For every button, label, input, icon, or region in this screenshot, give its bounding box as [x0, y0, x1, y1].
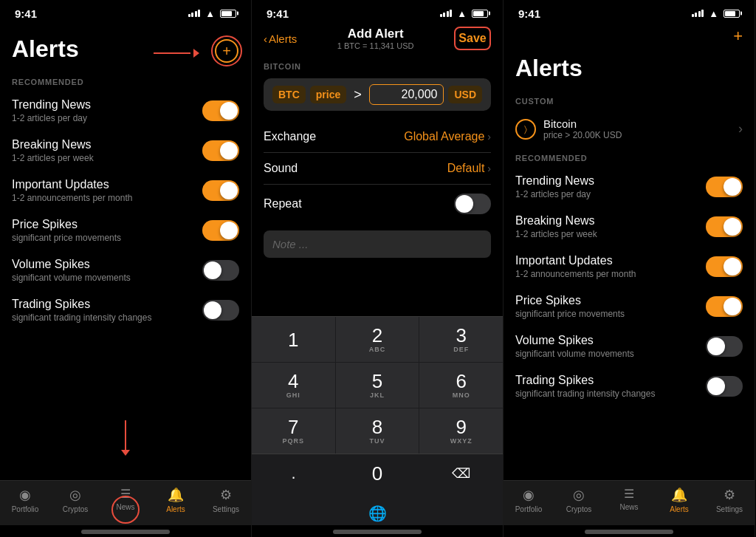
- numpad-key-8[interactable]: 8 TUV: [336, 408, 419, 454]
- numpad-dot-key[interactable]: .: [252, 454, 335, 493]
- alerts-icon-3: 🔔: [671, 487, 687, 503]
- save-button[interactable]: Save: [458, 32, 486, 45]
- alert-item-breaking-news: Breaking News 1-2 articles per week: [0, 131, 251, 171]
- add-arrow: [154, 49, 199, 58]
- cond-currency[interactable]: USD: [448, 86, 482, 103]
- tab-portfolio-1[interactable]: ◉ Portfolio: [0, 487, 50, 513]
- alert-name: Trading Spikes: [12, 298, 202, 311]
- numpad-key-5[interactable]: 5 JKL: [336, 363, 419, 408]
- repeat-label: Repeat: [264, 197, 302, 211]
- numpad-zero-key[interactable]: 0: [335, 454, 419, 493]
- status-icons-2: ▲: [440, 8, 488, 19]
- cond-gt: >: [354, 87, 362, 103]
- numpad-bottom: . 0 ⌫: [252, 454, 503, 499]
- settings-icon-1: ⚙: [220, 487, 232, 503]
- tab-settings-3[interactable]: ⚙ Settings: [704, 487, 755, 513]
- tab-alerts-3[interactable]: 🔔 Alerts: [654, 487, 704, 513]
- chevron-right-icon-3: ›: [738, 121, 743, 137]
- alert-sub: significant trading intensity changes: [515, 389, 706, 399]
- nav-bar-3: +: [504, 24, 755, 52]
- add-button-1[interactable]: +: [215, 39, 238, 63]
- alert-sub: 1-2 articles per day: [515, 189, 706, 199]
- sound-row[interactable]: Sound Default ›: [264, 153, 491, 185]
- numpad-key-7[interactable]: 7 PQRS: [252, 408, 335, 454]
- status-bar-2: 9:41 ▲: [252, 0, 503, 24]
- alert-item-trading-spikes: Trading Spikes significant trading inten…: [0, 290, 251, 330]
- alerts-tab-arrow: [121, 420, 130, 456]
- cond-price-tag[interactable]: price: [310, 86, 346, 103]
- zero-symbol: 0: [372, 462, 382, 485]
- chevron-left-icon: ‹: [264, 33, 267, 45]
- tab-portfolio-3[interactable]: ◉ Portfolio: [504, 487, 554, 513]
- news-icon-3: ☰: [624, 487, 634, 501]
- nav-bar-2: ‹ Alerts Add Alert 1 BTC = 11,341 USD Sa…: [252, 24, 503, 56]
- recommended-section-label-3: RECOMMENDED: [504, 148, 755, 167]
- toggle-volume-spikes-3[interactable]: [706, 336, 743, 357]
- repeat-toggle[interactable]: [454, 194, 491, 214]
- alert-name: Volume Spikes: [515, 334, 706, 347]
- tab-label: Cryptos: [63, 505, 88, 513]
- toggle-breaking-news-3[interactable]: [706, 216, 743, 237]
- numpad-key-2[interactable]: 2 ABC: [336, 317, 419, 362]
- toggle-important-updates[interactable]: [202, 180, 239, 201]
- alert-name: Breaking News: [515, 214, 706, 228]
- numpad-key-1[interactable]: 1: [252, 317, 335, 362]
- toggle-trading-spikes[interactable]: [202, 300, 239, 321]
- toggle-trending-news[interactable]: [202, 100, 239, 121]
- numpad-key-3[interactable]: 3 DEF: [419, 317, 503, 362]
- nav-subtitle: 1 BTC = 11,341 USD: [297, 41, 454, 50]
- delete-icon: ⌫: [452, 465, 470, 482]
- alert-item-trending-news: Trending News 1-2 articles per day: [0, 91, 251, 131]
- cond-value[interactable]: 20,000: [369, 84, 444, 105]
- toggle-important-updates-3[interactable]: [706, 256, 743, 277]
- repeat-row: Repeat: [264, 185, 491, 223]
- tab-settings-1[interactable]: ⚙ Settings: [201, 487, 251, 513]
- alert-item-price-spikes-3: Price Spikes significant price movements: [504, 287, 755, 326]
- add-button-3[interactable]: +: [733, 27, 743, 46]
- tab-label: Alerts: [166, 505, 185, 513]
- globe-bar: 🌐: [252, 499, 503, 525]
- toggle-price-spikes[interactable]: [202, 220, 239, 241]
- numpad-key-4[interactable]: 4 GHI: [252, 363, 335, 408]
- custom-section-label: CUSTOM: [504, 91, 755, 110]
- wifi-icon-1: ▲: [205, 8, 215, 19]
- tab-news-3[interactable]: ☰ News: [604, 487, 654, 513]
- back-button[interactable]: ‹ Alerts: [264, 33, 297, 45]
- cond-btc-tag[interactable]: BTC: [272, 86, 306, 103]
- exchange-row[interactable]: Exchange Global Average ›: [264, 121, 491, 153]
- alert-name: Trending News: [12, 98, 202, 112]
- signal-icon-2: [440, 10, 453, 17]
- toggle-volume-spikes[interactable]: [202, 260, 239, 281]
- globe-icon[interactable]: 🌐: [368, 504, 387, 522]
- numpad-delete-key[interactable]: ⌫: [419, 454, 503, 493]
- status-icons-1: ▲: [188, 8, 236, 19]
- toggle-trading-spikes-3[interactable]: [706, 376, 743, 397]
- tab-alerts-1[interactable]: 🔔 Alerts: [151, 487, 201, 513]
- exchange-value: Global Average: [404, 130, 484, 143]
- tab-label: Alerts: [670, 505, 689, 513]
- tab-cryptos-1[interactable]: ◎ Cryptos: [50, 487, 100, 513]
- custom-alert-sub: price > 20.00K USD: [543, 130, 622, 140]
- toggle-breaking-news[interactable]: [202, 140, 239, 161]
- alert-sub: 1-2 announcements per month: [515, 269, 706, 279]
- wifi-icon-2: ▲: [457, 8, 467, 19]
- alerts-icon-1: 🔔: [168, 487, 184, 503]
- back-label: Alerts: [269, 33, 297, 45]
- alert-sub: significant volume movements: [12, 273, 202, 283]
- bitcoin-section-label: BITCOIN: [264, 62, 491, 71]
- numpad-key-9[interactable]: 9 WXYZ: [419, 408, 503, 454]
- note-field[interactable]: Note ...: [264, 230, 491, 258]
- numpad-key-6[interactable]: 6 MNO: [419, 363, 503, 408]
- tab-cryptos-3[interactable]: ◎ Cryptos: [554, 487, 604, 513]
- cryptos-icon-1: ◎: [69, 487, 81, 503]
- tab-label: Portfolio: [12, 505, 39, 513]
- note-placeholder: Note ...: [272, 238, 308, 250]
- custom-alert-name: Bitcoin: [543, 117, 622, 130]
- tab-label: Settings: [716, 505, 743, 513]
- alert-name: Important Updates: [515, 254, 706, 267]
- toggle-price-spikes-3[interactable]: [706, 296, 743, 317]
- chevron-right-icon: ›: [487, 131, 491, 143]
- alert-item-trading-spikes-3: Trading Spikes significant trading inten…: [504, 366, 755, 406]
- toggle-trending-news-3[interactable]: [706, 177, 743, 197]
- alerts-tab-circle: [111, 496, 140, 524]
